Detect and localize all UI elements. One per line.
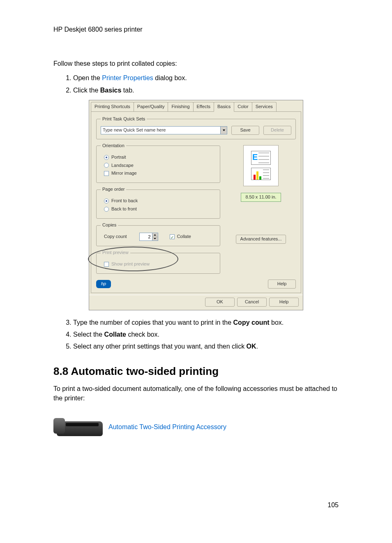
s3-pre: Type the number of copies that you want … [73, 319, 233, 326]
s5-bold: OK [247, 343, 256, 350]
copies-legend: Copies [101, 222, 118, 229]
hp-logo-icon: hp [96, 280, 111, 288]
delete-button: Delete [263, 126, 291, 135]
stepper-down-icon[interactable] [152, 237, 158, 241]
section-body: To print a two-sided document automatica… [53, 384, 339, 403]
dialog-buttons: OK Cancel Help [89, 295, 303, 310]
collate-checkbox[interactable]: Collate [170, 233, 191, 240]
printer-properties-dialog: Printing Shortcuts Paper/Quality Finishi… [89, 100, 303, 310]
steps-list-bottom: Type the number of copies that you want … [53, 318, 339, 351]
chevron-down-icon[interactable] [220, 127, 227, 134]
show-preview-label: Show print preview [111, 261, 150, 268]
s5-pre: Select any other print settings that you… [73, 343, 247, 350]
quick-sets-legend: Print Task Quick Sets [101, 116, 147, 122]
front-to-back-radio[interactable]: Front to back [104, 198, 216, 204]
dialog-tabs: Printing Shortcuts Paper/Quality Finishi… [89, 100, 303, 111]
page-header: HP Deskjet 6800 series printer [53, 25, 339, 34]
page-order-legend: Page order [101, 186, 126, 193]
tab-finishing[interactable]: Finishing [168, 102, 193, 111]
copy-count-label: Copy count [104, 233, 127, 240]
print-preview-group: Print preview Show print preview [96, 250, 220, 274]
step-1: Open the Printer Properties dialog box. [73, 73, 339, 83]
tab-color[interactable]: Color [234, 102, 252, 111]
mirror-image-checkbox[interactable]: Mirror image [104, 170, 216, 177]
tab-help-button[interactable]: Help [268, 280, 296, 289]
advanced-features-button[interactable]: Advanced features... [236, 235, 286, 244]
step1-pre: Open the [73, 74, 102, 81]
section-heading: 8.8 Automatic two-sided printing [53, 364, 339, 379]
dialog-body: Print Task Quick Sets Type new Quick Set… [91, 111, 301, 293]
preview-letter-icon: E [252, 151, 258, 164]
mirror-label: Mirror image [111, 170, 137, 177]
step1-post: dialog box. [153, 74, 187, 81]
btf-label: Back to front [111, 206, 137, 213]
steps-list-top: Open the Printer Properties dialog box. … [53, 73, 339, 95]
orientation-legend: Orientation [101, 143, 126, 149]
copies-group: Copies Copy count Collate [96, 222, 220, 246]
landscape-radio[interactable]: Landscape [104, 162, 216, 169]
save-button[interactable]: Save [231, 126, 259, 135]
landscape-label: Landscape [111, 162, 134, 169]
tab-printing-shortcuts[interactable]: Printing Shortcuts [91, 102, 134, 111]
ftb-label: Front to back [111, 198, 138, 204]
collate-label: Collate [177, 233, 191, 240]
s5-post: . [256, 343, 258, 350]
step-3: Type the number of copies that you want … [73, 318, 339, 327]
cancel-button[interactable]: Cancel [237, 298, 267, 307]
s4-bold: Collate [104, 331, 126, 338]
page-order-group: Page order Front to back Back to front [96, 186, 220, 219]
portrait-radio[interactable]: Portrait [104, 154, 216, 161]
step2-bold: Basics [100, 87, 122, 94]
paper-size-badge: 8.50 x 11.00 in. [241, 193, 281, 202]
lead-paragraph: Follow these steps to print collated cop… [53, 59, 339, 68]
quick-set-combo[interactable]: Type new Quick Set name here [101, 126, 227, 134]
tab-paper-quality[interactable]: Paper/Quality [134, 102, 168, 111]
help-button[interactable]: Help [269, 298, 299, 307]
step-4: Select the Collate check box. [73, 330, 339, 339]
page-number: 105 [53, 500, 339, 510]
portrait-label: Portrait [111, 154, 126, 161]
back-to-front-radio[interactable]: Back to front [104, 206, 216, 213]
copy-count-stepper[interactable] [139, 233, 158, 241]
copy-count-input[interactable] [140, 233, 152, 240]
step2-post: tab. [121, 87, 134, 94]
stepper-up-icon[interactable] [152, 233, 158, 237]
doc-title: HP Deskjet 6800 series printer [53, 26, 143, 33]
s4-pre: Select the [73, 331, 104, 338]
quick-set-placeholder: Type new Quick Set name here [101, 127, 220, 134]
s4-post: check box. [126, 331, 159, 338]
page-preview-thumbnail: E [243, 145, 279, 186]
show-print-preview-checkbox[interactable]: Show print preview [104, 261, 216, 268]
step-2: Click the Basics tab. [73, 85, 339, 95]
two-sided-accessory-link[interactable]: Automatic Two-Sided Printing Accessory [108, 422, 226, 432]
quick-sets-group: Print Task Quick Sets Type new Quick Set… [96, 116, 296, 139]
tab-basics[interactable]: Basics [214, 102, 234, 112]
s3-bold: Copy count [233, 319, 270, 326]
ok-button[interactable]: OK [205, 298, 235, 307]
tab-effects[interactable]: Effects [193, 102, 214, 111]
orientation-group: Orientation Portrait Landscape Mirror im… [96, 143, 220, 183]
tab-services[interactable]: Services [252, 102, 277, 111]
print-preview-legend: Print preview [101, 250, 130, 256]
step-5: Select any other print settings that you… [73, 342, 339, 351]
s3-post: box. [270, 319, 284, 326]
step2-pre: Click the [73, 87, 100, 94]
duplexer-accessory-icon [53, 416, 103, 439]
printer-properties-link[interactable]: Printer Properties [102, 74, 153, 81]
